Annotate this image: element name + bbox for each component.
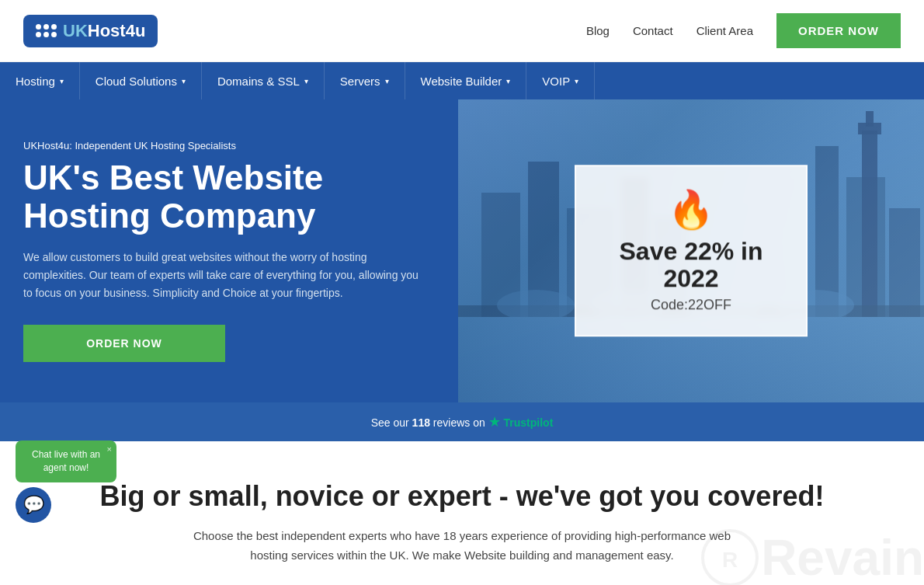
hero-left: UKHost4u: Independent UK Hosting Special… [0, 99, 458, 402]
logo-text: UKHost4u [63, 21, 145, 41]
order-now-button-top[interactable]: ORDER NOW [776, 13, 901, 48]
svg-rect-10 [862, 131, 877, 317]
trustpilot-logo: Trustpilot [504, 416, 554, 429]
nav-item-servers[interactable]: Servers ▾ [325, 62, 405, 99]
chat-open-button[interactable]: 💬 [16, 487, 51, 523]
promo-save-text: Save 22% in 2022 [604, 238, 778, 292]
svg-point-14 [497, 290, 575, 321]
promo-code: Code:22OFF [604, 298, 778, 314]
logo: UKHost4u [23, 15, 158, 47]
chat-bubble: × Chat live with an agent now! [16, 440, 116, 482]
nav-item-voip[interactable]: VOIP ▾ [526, 62, 595, 99]
nav-item-domains[interactable]: Domains & SSL ▾ [202, 62, 325, 99]
hero-title: UK's Best Website Hosting Company [23, 159, 427, 235]
logo-dots [36, 24, 57, 37]
main-navigation: Hosting ▾ Cloud Solutions ▾ Domains & SS… [0, 62, 924, 99]
voip-chevron-icon: ▾ [575, 77, 578, 85]
hosting-label: Hosting [16, 75, 55, 88]
revain-watermark-text: Revain [761, 529, 924, 586]
top-navigation: UKHost4u Blog Contact Client Area ORDER … [0, 0, 924, 62]
hero-section: UKHost4u: Independent UK Hosting Special… [0, 99, 924, 402]
trustpilot-count: 118 [412, 416, 430, 429]
trustpilot-star-icon: ★ [488, 414, 501, 430]
voip-label: VOIP [542, 75, 570, 88]
chat-icon: 💬 [23, 495, 44, 515]
hero-tagline: UKHost4u: Independent UK Hosting Special… [23, 140, 427, 151]
domains-chevron-icon: ▾ [304, 77, 308, 85]
lower-description: Choose the best independent experts who … [190, 527, 734, 566]
trustpilot-bar: See our 118 reviews on ★ Trustpilot [0, 402, 924, 441]
logo-area[interactable]: UKHost4u [23, 15, 158, 47]
trustpilot-prefix: See our [371, 416, 409, 429]
website-builder-label: Website Builder [421, 75, 502, 88]
nav-item-hosting[interactable]: Hosting ▾ [0, 62, 80, 99]
cloud-label: Cloud Solutions [96, 75, 177, 88]
hero-background-image: 🔥 Save 22% in 2022 Code:22OFF [458, 99, 924, 402]
flame-icon: 🔥 [604, 188, 778, 232]
domains-label: Domains & SSL [217, 75, 300, 88]
client-area-link[interactable]: Client Area [696, 24, 753, 37]
contact-link[interactable]: Contact [633, 24, 673, 37]
promo-code-label: Code: [651, 298, 688, 313]
svg-rect-12 [866, 111, 874, 127]
promo-card: 🔥 Save 22% in 2022 Code:22OFF [575, 165, 808, 336]
website-builder-chevron-icon: ▾ [506, 77, 510, 85]
hero-order-now-button[interactable]: ORDER NOW [23, 325, 225, 362]
hero-description: We allow customers to build great websit… [23, 249, 427, 302]
servers-chevron-icon: ▾ [385, 77, 389, 85]
cloud-chevron-icon: ▾ [182, 77, 186, 85]
chat-widget: × Chat live with an agent now! 💬 [16, 440, 116, 523]
lower-title: Big or small, novice or expert - we've g… [31, 480, 893, 513]
nav-item-website-builder[interactable]: Website Builder ▾ [405, 62, 527, 99]
blog-link[interactable]: Blog [586, 24, 610, 37]
hero-right: 🔥 Save 22% in 2022 Code:22OFF [458, 99, 924, 402]
svg-rect-9 [889, 208, 920, 317]
nav-item-cloud[interactable]: Cloud Solutions ▾ [80, 62, 202, 99]
chat-close-icon[interactable]: × [107, 444, 112, 455]
lower-section: Big or small, novice or expert - we've g… [0, 441, 924, 585]
trustpilot-middle: reviews on [433, 416, 488, 429]
hosting-chevron-icon: ▾ [60, 77, 64, 85]
chat-bubble-text: Chat live with an agent now! [32, 449, 100, 473]
servers-label: Servers [340, 75, 380, 88]
top-nav-links: Blog Contact Client Area ORDER NOW [586, 13, 901, 48]
promo-code-value: 22OFF [688, 298, 731, 313]
